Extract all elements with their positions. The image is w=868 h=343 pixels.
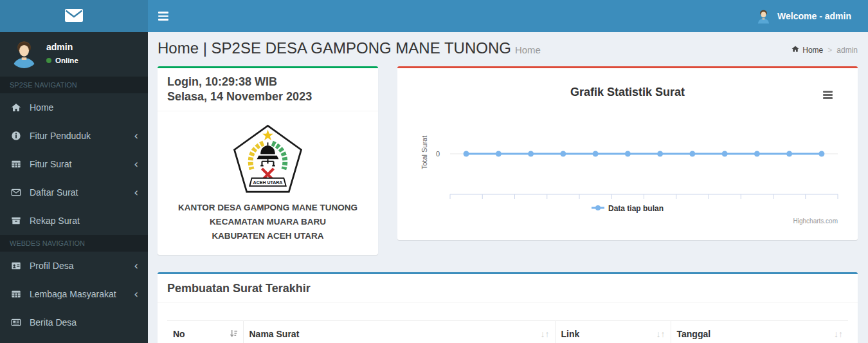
column-header-link[interactable]: Link ↓↑ — [555, 321, 671, 343]
sidebar: admin Online SP2SE NAVIGATION Home Fitur… — [0, 32, 148, 343]
column-header-no[interactable]: No — [167, 321, 243, 343]
sort-both-icon: ↓↑ — [834, 329, 843, 339]
sidebar-item-label: Fitur Penduduk — [30, 131, 91, 141]
legend-series-label: Data tiap bulan — [608, 204, 664, 213]
chevron-left-icon: ‹ — [134, 261, 138, 272]
id-card-icon — [10, 261, 23, 271]
sidebar-section-sp2se: SP2SE NAVIGATION — [0, 77, 148, 93]
content-header: Home | SP2SE DESA GAMPONG MANE TUNONGHom… — [148, 32, 868, 57]
recent-letters-card: Pembuatan Surat Terakhir No Nama Surat — [158, 272, 858, 343]
sidebar-user-name: admin — [46, 42, 78, 52]
sidebar-item-fitur-surat[interactable]: Fitur Surat ‹ — [0, 150, 148, 178]
aceh-utara-crest-logo: ACEH UTARA — [231, 124, 304, 196]
table-header-row: No Nama Surat ↓↑ Link ↓↑ — [167, 321, 848, 343]
chart-credits-link[interactable]: Highcharts.com — [793, 218, 838, 225]
sidebar-item-profil-desa[interactable]: Profil Desa ‹ — [0, 252, 148, 280]
login-info-card: Login, 10:29:38 WIB Selasa, 14 November … — [158, 66, 378, 255]
chart-legend[interactable]: Data tiap bulan — [397, 204, 858, 213]
sidebar-item-home[interactable]: Home — [0, 93, 148, 122]
chevron-left-icon: ‹ — [134, 187, 138, 198]
login-time: Login, 10:29:38 WIB — [167, 75, 368, 89]
login-card-body: ACEH UTARA KANTOR DESA GAMPONG MANE TUNO… — [158, 111, 378, 243]
column-header-tanggal[interactable]: Tanggal ↓↑ — [671, 321, 848, 343]
recent-letters-table: No Nama Surat ↓↑ Link ↓↑ — [167, 320, 848, 343]
svg-text:ACEH UTARA: ACEH UTARA — [253, 180, 283, 185]
top-navbar: Welcome - admin — [148, 0, 868, 32]
sidebar-item-label: Rekap Surat — [30, 216, 80, 226]
breadcrumb: Home > admin — [791, 45, 858, 57]
page-subtitle: Home — [515, 44, 541, 55]
sort-both-icon: ↓↑ — [656, 329, 665, 339]
sidebar-section-webdes: WEBDES NAVIGATION — [0, 235, 148, 252]
breadcrumb-active: admin — [836, 46, 858, 55]
sidebar-item-label: Fitur Surat — [30, 159, 71, 169]
archive-icon — [10, 216, 23, 226]
sort-both-icon: ↓↑ — [541, 329, 550, 339]
user-avatar-large — [10, 39, 39, 68]
sidebar-item-daftar-surat[interactable]: Daftar Surat ‹ — [0, 178, 148, 207]
sidebar-item-label: Home — [30, 102, 53, 113]
page-title: Home | SP2SE DESA GAMPONG MANE TUNONGHom… — [158, 40, 541, 57]
sort-ascending-icon — [230, 329, 238, 340]
user-avatar-small — [756, 9, 771, 24]
sidebar-item-rekap-surat[interactable]: Rekap Surat — [0, 207, 148, 235]
sidebar-item-berita-desa[interactable]: Berita Desa — [0, 308, 148, 337]
sidebar-item-lembaga-masyarakat[interactable]: Lembaga Masyarakat ‹ — [0, 280, 148, 308]
main-header: Welcome - admin — [0, 0, 868, 32]
content-wrapper: Home | SP2SE DESA GAMPONG MANE TUNONGHom… — [148, 32, 868, 343]
office-line-3: KABUPATEN ACEH UTARA — [167, 229, 368, 243]
legend-series-marker-icon — [592, 204, 604, 213]
home-icon — [10, 102, 23, 113]
sidebar-item-fitur-penduduk[interactable]: Fitur Penduduk ‹ — [0, 122, 148, 150]
welcome-label: Welcome - admin — [777, 11, 851, 21]
chevron-left-icon: ‹ — [134, 131, 138, 142]
sidebar-item-label: Berita Desa — [30, 317, 77, 328]
user-menu[interactable]: Welcome - admin — [756, 9, 868, 24]
chart-card: Grafik Statistik Surat Total Surat 0 Dat… — [397, 66, 858, 240]
login-card-header: Login, 10:29:38 WIB Selasa, 14 November … — [158, 68, 378, 111]
dashboard-row: Login, 10:29:38 WIB Selasa, 14 November … — [148, 57, 868, 255]
app-logo[interactable] — [0, 0, 148, 32]
online-status-dot — [46, 58, 51, 63]
sidebar-item-label: Profil Desa — [30, 261, 73, 271]
envelope-icon — [10, 187, 23, 198]
table-icon — [10, 159, 23, 169]
sidebar-item-label: Lembaga Masyarakat — [30, 289, 116, 299]
column-header-nama-surat[interactable]: Nama Surat ↓↑ — [243, 321, 555, 343]
sidebar-user-panel: admin Online — [0, 32, 148, 77]
breadcrumb-home-link[interactable]: Home — [791, 45, 823, 55]
office-line-2: KECAMATAN MUARA BARU — [167, 215, 368, 229]
recent-letters-body: No Nama Surat ↓↑ Link ↓↑ — [158, 303, 858, 343]
chart-plot-area — [397, 68, 858, 242]
envelope-logo-icon — [65, 9, 83, 24]
sidebar-item-label: Daftar Surat — [30, 187, 78, 198]
chevron-left-icon: ‹ — [134, 159, 138, 170]
recent-letters-title: Pembuatan Surat Terakhir — [158, 274, 858, 303]
home-icon — [791, 45, 799, 55]
sidebar-user-status[interactable]: Online — [46, 57, 78, 64]
chevron-left-icon: ‹ — [134, 289, 138, 300]
office-line-1: KANTOR DESA GAMPONG MANE TUNONG — [167, 201, 368, 215]
sidebar-toggle-button[interactable] — [148, 0, 179, 32]
newspaper-icon — [10, 317, 23, 328]
login-date: Selasa, 14 November 2023 — [167, 89, 368, 104]
info-icon — [10, 131, 23, 141]
table-icon — [10, 289, 23, 299]
breadcrumb-separator: > — [827, 46, 832, 55]
